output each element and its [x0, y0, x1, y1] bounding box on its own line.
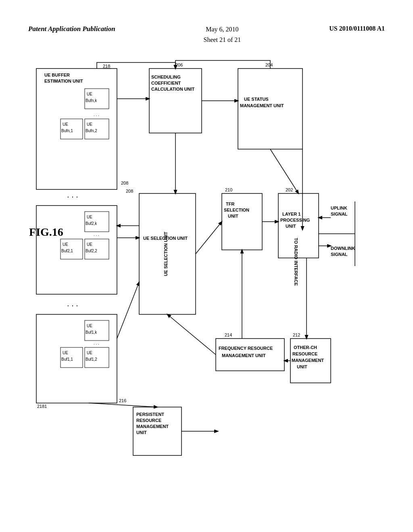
svg-text:UNIT: UNIT: [286, 224, 296, 229]
svg-text:UNIT: UNIT: [228, 214, 238, 218]
svg-rect-21: [238, 69, 302, 149]
svg-text:Buf1,k: Buf1,k: [86, 330, 97, 335]
svg-text:RESOURCE: RESOURCE: [292, 351, 317, 356]
svg-text:UE BUFFER: UE BUFFER: [44, 73, 70, 77]
svg-text:Bufn,1: Bufn,1: [61, 129, 73, 133]
svg-text:204: 204: [265, 62, 273, 67]
publication-date: May 6, 2010: [203, 24, 241, 35]
svg-line-72: [196, 222, 222, 254]
svg-text:UE: UE: [87, 122, 92, 127]
svg-line-83: [167, 314, 216, 355]
svg-line-102: [270, 149, 298, 193]
svg-text:Bufn,2: Bufn,2: [86, 129, 97, 133]
svg-text:Buf2,2: Buf2,2: [86, 249, 97, 253]
patent-number: US 2010/0111008 A1: [329, 24, 385, 33]
svg-text:MANAGEMENT UNIT: MANAGEMENT UNIT: [222, 353, 266, 358]
svg-text:UE: UE: [63, 122, 68, 127]
svg-text:206: 206: [175, 62, 183, 67]
svg-text:TFR: TFR: [226, 202, 234, 206]
diagram-svg: text { font-family: Arial, sans-serif; }…: [24, 56, 387, 500]
svg-text:. . .: . . .: [94, 112, 99, 117]
svg-text:LAYER 1: LAYER 1: [282, 212, 300, 216]
svg-text:UPLINK: UPLINK: [331, 206, 347, 210]
svg-text:208: 208: [121, 181, 128, 185]
svg-text:216: 216: [119, 398, 126, 403]
svg-line-66: [89, 403, 157, 407]
svg-text:Bufn,k: Bufn,k: [86, 98, 97, 103]
svg-text:UE: UE: [87, 215, 92, 219]
svg-rect-46: [36, 314, 117, 403]
svg-text:210: 210: [225, 187, 232, 192]
svg-text:202: 202: [286, 187, 293, 192]
sheet-info: Sheet 21 of 21: [203, 35, 241, 45]
page: Patent Application Publication May 6, 20…: [0, 0, 413, 532]
svg-text:Buf2,1: Buf2,1: [61, 249, 73, 253]
svg-text:DOWNLINK: DOWNLINK: [331, 246, 355, 251]
publication-title: Patent Application Publication: [28, 24, 115, 34]
svg-text:214: 214: [225, 332, 232, 337]
svg-text:2181: 2181: [37, 404, 47, 409]
svg-text:MANAGEMENT UNIT: MANAGEMENT UNIT: [240, 103, 284, 108]
svg-text:212: 212: [293, 332, 300, 337]
svg-text:UE SELECTION UNIT: UE SELECTION UNIT: [163, 232, 168, 276]
svg-text:. . .: . . .: [67, 299, 78, 308]
svg-text:UE: UE: [63, 351, 68, 355]
svg-text:MANAGEMENT: MANAGEMENT: [292, 358, 324, 363]
svg-text:. . .: . . .: [94, 341, 99, 345]
svg-text:RESOURCE: RESOURCE: [136, 418, 161, 423]
svg-text:208: 208: [126, 189, 133, 193]
svg-text:UE: UE: [87, 92, 92, 96]
svg-text:UE: UE: [87, 351, 92, 355]
svg-text:218: 218: [103, 64, 110, 69]
svg-text:. . .: . . .: [67, 190, 78, 199]
svg-text:FREQUENCY RESOURCE: FREQUENCY RESOURCE: [219, 346, 273, 351]
svg-text:COEFFICIENT: COEFFICIENT: [151, 81, 181, 85]
svg-text:UE: UE: [63, 242, 68, 247]
svg-text:SELECTION: SELECTION: [224, 208, 249, 212]
svg-text:SIGNAL: SIGNAL: [331, 212, 348, 216]
svg-text:SCHEDULING: SCHEDULING: [151, 75, 181, 79]
header-center: May 6, 2010 Sheet 21 of 21: [203, 24, 241, 45]
svg-text:UE STATUS: UE STATUS: [244, 97, 269, 102]
svg-text:. . .: . . .: [94, 232, 99, 237]
svg-rect-33: [36, 206, 117, 294]
svg-text:TO RADIO INTERFACE: TO RADIO INTERFACE: [294, 238, 298, 286]
svg-text:Buf2,k: Buf2,k: [86, 221, 97, 226]
svg-text:UNIT: UNIT: [297, 364, 307, 369]
svg-text:UNIT: UNIT: [136, 430, 147, 435]
svg-text:UE: UE: [87, 242, 92, 247]
svg-text:UE: UE: [87, 324, 92, 328]
svg-text:PERSISTENT: PERSISTENT: [136, 412, 164, 417]
svg-text:PROCESSING: PROCESSING: [280, 218, 310, 222]
svg-rect-0: [36, 69, 117, 189]
svg-text:Buf1,1: Buf1,1: [61, 357, 73, 362]
svg-text:Buf1,2: Buf1,2: [86, 357, 97, 362]
svg-text:SIGNAL: SIGNAL: [331, 252, 348, 257]
svg-text:MANAGEMENT: MANAGEMENT: [136, 424, 169, 429]
svg-text:OTHER-CH: OTHER-CH: [294, 345, 317, 350]
header: Patent Application Publication May 6, 20…: [0, 24, 413, 45]
svg-text:ESTIMATION UNIT: ESTIMATION UNIT: [44, 79, 83, 83]
svg-line-58: [117, 282, 139, 339]
svg-text:CALCULATION UNIT: CALCULATION UNIT: [151, 87, 195, 91]
